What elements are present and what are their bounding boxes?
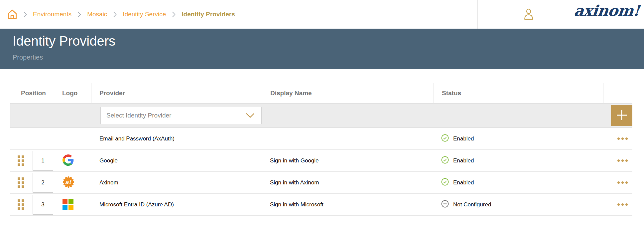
axinom-logo: axinom!	[573, 2, 640, 20]
display-name: Sign in with Google	[262, 150, 433, 171]
home-icon[interactable]	[7, 9, 17, 20]
plus-icon	[616, 109, 628, 122]
row-actions-menu-icon[interactable]	[617, 137, 628, 140]
row-handle-cell	[10, 128, 33, 149]
breadcrumb-mosaic[interactable]: Mosaic	[87, 11, 107, 18]
chevron-right-icon	[77, 11, 81, 18]
table-row-axinom[interactable]: 2 a! Axinom Sign in with Axinom	[10, 172, 632, 194]
chevron-down-icon	[246, 113, 255, 118]
column-header-logo: Logo	[54, 83, 91, 103]
row-logo-cell	[54, 150, 91, 171]
status-enabled-icon	[441, 178, 449, 187]
breadcrumb-environments[interactable]: Environments	[33, 11, 71, 18]
position-input[interactable]: 2	[33, 173, 53, 193]
table-row-google[interactable]: 1 Google Sign in with Google Enabled	[10, 150, 632, 172]
svg-text:a!: a!	[65, 179, 72, 185]
column-header-actions	[603, 83, 632, 103]
display-name	[262, 128, 433, 149]
status-label: Not Configured	[453, 201, 491, 208]
axinom-provider-logo: a!	[63, 176, 74, 189]
status-cell: Not Configured	[433, 194, 603, 215]
microsoft-logo	[63, 199, 73, 210]
row-logo-cell: a!	[54, 172, 91, 193]
status-cell: Enabled	[433, 172, 603, 193]
column-header-provider: Provider	[91, 83, 262, 103]
status-cell: Enabled	[433, 128, 603, 149]
drag-handle-icon[interactable]	[18, 177, 24, 188]
table-row-axauth[interactable]: Email and Password (AxAuth) Enabled	[10, 128, 632, 150]
page-subtitle: Properties	[13, 54, 644, 61]
row-position-cell: 2	[33, 172, 54, 193]
select-identity-provider-dropdown[interactable]: Select Identity Provider	[100, 107, 262, 124]
identity-providers-table: Position Logo Provider Display Name Stat…	[10, 83, 632, 216]
provider-name: Microsoft Entra ID (Azure AD)	[91, 194, 262, 215]
user-icon[interactable]	[522, 8, 535, 22]
drag-handle-icon[interactable]	[18, 155, 24, 166]
column-header-display-name: Display Name	[262, 83, 434, 103]
row-handle-cell	[10, 194, 33, 215]
position-input[interactable]: 3	[33, 195, 53, 215]
add-provider-button[interactable]	[611, 105, 632, 126]
table-header-row: Position Logo Provider Display Name Stat…	[10, 83, 632, 104]
breadcrumb: Environments Mosaic Identity Service Ide…	[0, 9, 235, 20]
position-input[interactable]: 1	[33, 151, 53, 171]
drag-handle-icon[interactable]	[18, 199, 24, 210]
topbar-divider	[477, 0, 478, 29]
row-logo-cell	[54, 128, 91, 149]
breadcrumb-identity-providers: Identity Providers	[182, 11, 235, 18]
table-row-microsoft[interactable]: 3 Microsoft Entra ID (Azure AD) Sign in …	[10, 194, 632, 216]
status-label: Enabled	[453, 157, 474, 164]
provider-name: Email and Password (AxAuth)	[91, 128, 262, 149]
add-provider-row: Select Identity Provider	[10, 104, 632, 128]
row-handle-cell	[10, 150, 33, 171]
row-actions-menu-icon[interactable]	[617, 203, 628, 206]
provider-name: Google	[91, 150, 262, 171]
row-actions-menu-icon[interactable]	[617, 181, 628, 184]
page-title: Identity Providers	[13, 34, 644, 49]
chevron-right-icon	[172, 11, 176, 18]
select-placeholder: Select Identity Provider	[106, 112, 171, 119]
status-label: Enabled	[453, 135, 474, 142]
google-logo	[63, 154, 74, 167]
display-name: Sign in with Microsoft	[262, 194, 433, 215]
row-position-cell: 1	[33, 150, 54, 171]
status-not-configured-icon	[441, 200, 449, 209]
row-logo-cell	[54, 194, 91, 215]
status-label: Enabled	[453, 179, 474, 186]
page-header: Identity Providers Properties	[0, 29, 644, 69]
column-header-position: Position	[10, 83, 54, 103]
status-enabled-icon	[441, 156, 449, 165]
chevron-right-icon	[113, 11, 117, 18]
status-enabled-icon	[441, 134, 449, 143]
row-actions-menu-icon[interactable]	[617, 159, 628, 162]
column-header-status: Status	[434, 83, 603, 103]
status-cell: Enabled	[433, 150, 603, 171]
row-position-cell	[33, 128, 54, 149]
chevron-right-icon	[23, 11, 27, 18]
display-name: Sign in with Axinom	[262, 172, 433, 193]
top-bar: Environments Mosaic Identity Service Ide…	[0, 0, 644, 29]
row-handle-cell	[10, 172, 33, 193]
row-position-cell: 3	[33, 194, 54, 215]
breadcrumb-identity-service[interactable]: Identity Service	[123, 11, 166, 18]
provider-name: Axinom	[91, 172, 262, 193]
